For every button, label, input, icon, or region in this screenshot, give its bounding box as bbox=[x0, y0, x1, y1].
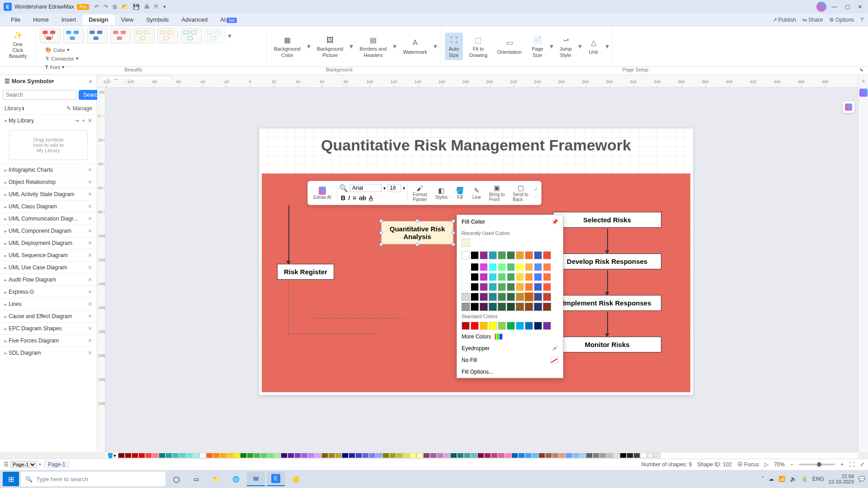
tint-color-swatch[interactable] bbox=[498, 263, 506, 271]
new-icon[interactable]: ⊞ bbox=[113, 4, 117, 10]
connector-dashed[interactable] bbox=[288, 334, 379, 334]
library-section[interactable]: ▸Cause and Effect Diagram✕ bbox=[0, 310, 97, 322]
quick-color-swatch[interactable] bbox=[566, 453, 572, 458]
manage-library-button[interactable]: ✎ Manage bbox=[66, 105, 92, 112]
theme-color-swatch[interactable] bbox=[525, 251, 533, 259]
share-button[interactable]: ⇋ Share bbox=[802, 17, 823, 23]
add-page-button[interactable]: + bbox=[38, 461, 42, 468]
fill-button[interactable]: 🪣Fill bbox=[452, 186, 468, 201]
theme-preset-2[interactable] bbox=[63, 28, 84, 43]
library-section[interactable]: ▸Express-G✕ bbox=[0, 286, 97, 298]
quick-color-swatch[interactable] bbox=[247, 453, 254, 458]
quick-color-swatch[interactable] bbox=[186, 453, 193, 458]
library-section[interactable]: ▸UML Class Diagram✕ bbox=[0, 200, 97, 212]
connector[interactable] bbox=[288, 205, 289, 264]
standard-color-swatch[interactable] bbox=[507, 322, 515, 330]
connector-dashed[interactable] bbox=[313, 318, 404, 319]
quick-color-swatch[interactable] bbox=[647, 453, 654, 458]
start-button[interactable]: ⊞ bbox=[3, 472, 19, 486]
section-close-icon[interactable]: ✕ bbox=[88, 240, 92, 246]
theme-color-swatch[interactable] bbox=[543, 251, 551, 259]
quick-color-swatch[interactable] bbox=[376, 453, 382, 458]
section-close-icon[interactable]: ✕ bbox=[88, 277, 92, 283]
qa-dropdown-icon[interactable]: ▾ bbox=[163, 4, 166, 10]
quick-color-swatch[interactable] bbox=[477, 453, 484, 458]
watermark-dropdown-icon[interactable]: ▾ bbox=[434, 42, 437, 51]
help-icon[interactable]: ? bbox=[860, 17, 863, 23]
user-avatar[interactable] bbox=[816, 2, 826, 12]
page-size-button[interactable]: 📄Page Size bbox=[528, 33, 547, 60]
watermark-button[interactable]: AWatermark bbox=[399, 36, 430, 57]
tint-color-swatch[interactable] bbox=[480, 283, 488, 291]
theme-color-swatch[interactable] bbox=[489, 251, 497, 259]
pagesetup-launcher-icon[interactable]: ⬊ bbox=[859, 67, 863, 73]
quick-color-swatch[interactable] bbox=[443, 453, 450, 458]
quick-color-swatch[interactable] bbox=[599, 453, 606, 458]
quick-color-swatch[interactable] bbox=[226, 453, 233, 458]
box-risk-register[interactable]: Risk Register bbox=[277, 264, 334, 280]
quick-color-swatch[interactable] bbox=[362, 453, 369, 458]
tray-clock[interactable]: 22:5812-10-2023 bbox=[829, 474, 854, 484]
quick-color-swatch[interactable] bbox=[165, 453, 172, 458]
quick-color-swatch[interactable] bbox=[315, 453, 321, 458]
standard-color-swatch[interactable] bbox=[471, 322, 479, 330]
section-close-icon[interactable]: ✕ bbox=[88, 264, 92, 271]
tint-color-swatch[interactable] bbox=[507, 263, 515, 271]
section-close-icon[interactable]: ✕ bbox=[88, 325, 92, 332]
right-panel-expand-icon[interactable]: » bbox=[862, 78, 865, 84]
orientation-button[interactable]: ▭Orientation bbox=[494, 36, 525, 57]
quick-color-swatch[interactable] bbox=[321, 453, 328, 458]
export-icon[interactable]: ⇱ bbox=[154, 4, 159, 10]
quick-color-swatch[interactable] bbox=[233, 453, 240, 458]
quick-color-swatch[interactable] bbox=[423, 453, 430, 458]
quick-color-swatch[interactable] bbox=[498, 453, 505, 458]
quick-color-swatch[interactable] bbox=[206, 453, 213, 458]
page-size-dropdown-icon[interactable]: ▾ bbox=[550, 42, 553, 51]
tint-color-swatch[interactable] bbox=[489, 293, 497, 301]
tint-color-swatch[interactable] bbox=[489, 263, 497, 271]
eyedropper-button[interactable]: Eyedropper💉 bbox=[457, 343, 563, 354]
quick-color-swatch[interactable] bbox=[416, 453, 423, 458]
library-section[interactable]: ▸UML Sequence Diagram✕ bbox=[0, 249, 97, 261]
quick-color-swatch[interactable] bbox=[254, 453, 260, 458]
theme-preset-8[interactable] bbox=[204, 28, 225, 43]
strip-fill-icon[interactable]: 🪣▾ bbox=[107, 453, 116, 459]
tint-color-swatch[interactable] bbox=[543, 263, 551, 271]
quick-color-swatch[interactable] bbox=[267, 453, 274, 458]
library-section[interactable]: ▸UML Communication Diagr...✕ bbox=[0, 212, 97, 225]
quick-color-swatch[interactable] bbox=[145, 453, 152, 458]
section-close-icon[interactable]: ✕ bbox=[88, 301, 92, 307]
menu-home[interactable]: Home bbox=[27, 14, 55, 25]
connector-dashed[interactable] bbox=[288, 280, 289, 334]
theme-preset-4[interactable] bbox=[110, 28, 131, 43]
library-section[interactable]: ▸Lines✕ bbox=[0, 298, 97, 310]
publish-button[interactable]: ↗ Publish bbox=[773, 17, 796, 23]
quick-color-swatch[interactable] bbox=[274, 453, 281, 458]
quick-color-swatch[interactable] bbox=[572, 453, 579, 458]
menu-ai[interactable]: AIhot bbox=[214, 14, 243, 25]
tint-color-swatch[interactable] bbox=[480, 273, 488, 281]
fullscreen-button[interactable]: ⤢ bbox=[860, 461, 864, 468]
theme-color-swatch[interactable] bbox=[498, 251, 506, 259]
quick-color-swatch[interactable] bbox=[633, 453, 640, 458]
add-icon[interactable]: + bbox=[82, 117, 85, 124]
align-button[interactable]: ≡ bbox=[353, 194, 356, 202]
tint-color-swatch[interactable] bbox=[471, 273, 479, 281]
focus-mode-button[interactable]: ⦿ Focus bbox=[737, 461, 759, 468]
standard-color-swatch[interactable] bbox=[516, 322, 524, 330]
quick-color-swatch[interactable] bbox=[403, 453, 410, 458]
tint-color-swatch[interactable] bbox=[471, 283, 479, 291]
styles-button[interactable]: ◧Styles bbox=[432, 186, 451, 201]
quick-color-swatch[interactable] bbox=[132, 453, 138, 458]
auto-size-button[interactable]: ⛶Auto Size bbox=[445, 33, 463, 60]
section-close-icon[interactable]: ✕ bbox=[88, 216, 92, 222]
quick-color-swatch[interactable] bbox=[491, 453, 498, 458]
tray-chevron-icon[interactable]: ˄ bbox=[761, 476, 764, 482]
section-my-library[interactable]: ▾My Library ⇥+✕ bbox=[0, 114, 97, 127]
borders-dropdown-icon[interactable]: ▾ bbox=[393, 42, 396, 51]
word-icon[interactable]: W bbox=[247, 472, 265, 486]
zoom-slider[interactable] bbox=[799, 464, 835, 465]
tint-color-swatch[interactable] bbox=[471, 293, 479, 301]
box-quantitative-risk-analysis[interactable]: Quantitative Risk Analysis bbox=[381, 221, 453, 244]
bg-color-button[interactable]: ▦Background Color bbox=[270, 33, 304, 60]
